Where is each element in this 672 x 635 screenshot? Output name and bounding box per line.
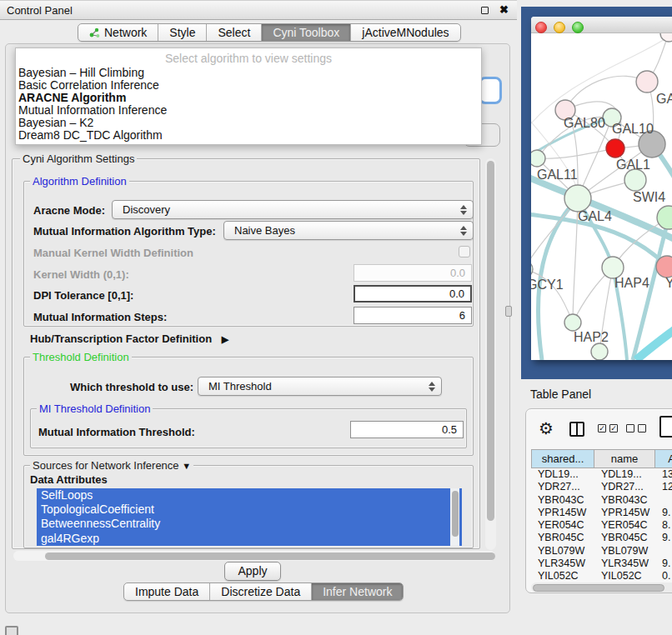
table-row[interactable]: YBL079W YBL079W: [531, 545, 672, 558]
bottom-tabbar: Impute Data Discretize Data Infer Networ…: [123, 582, 404, 601]
node-gal11[interactable]: [531, 150, 545, 167]
manual-kernel-checkbox[interactable]: [459, 246, 470, 258]
cell: YPR145W: [531, 507, 594, 519]
kernel-width-field[interactable]: 0.0: [354, 264, 472, 282]
aracne-mode-value: Discovery: [123, 203, 170, 216]
algorithm-option[interactable]: Bayesian – Hill Climbing: [16, 67, 481, 79]
settings-group-title: Cyni Algorithm Settings: [20, 152, 137, 165]
checked-box-icon: ✓: [609, 424, 618, 432]
top-tabbar: Network Style Select Cyni Toolbox jActiv…: [78, 23, 461, 42]
unchecked-box-icon: [626, 424, 634, 432]
apply-button[interactable]: Apply: [224, 562, 281, 581]
algorithm-selector-combobox[interactable]: [479, 77, 502, 104]
column-header-partial[interactable]: A: [655, 449, 672, 468]
node-swi4[interactable]: [657, 206, 672, 229]
split-columns-icon[interactable]: [569, 422, 584, 437]
float-window-icon[interactable]: [481, 7, 489, 14]
tab-label: Discretize Data: [221, 583, 300, 600]
node-label-gal11: GAL11: [537, 168, 578, 182]
table-horizontal-scrollbar[interactable]: [531, 582, 672, 592]
tab-network[interactable]: Network: [78, 24, 158, 41]
mi-steps-field[interactable]: 6: [354, 307, 472, 324]
table-row[interactable]: YBR045C YBR045C 9.: [531, 532, 672, 544]
table-row[interactable]: YIL052C YIL052C 0.: [531, 570, 672, 582]
network-canvas[interactable]: GAL GAL80 GAL10 GAL11 GAL1 GAL4 SWI4 GCY…: [531, 33, 672, 360]
algorithm-option[interactable]: Basic Correlation Inference: [16, 79, 481, 92]
table-row[interactable]: YDR27... YDR27... 12: [531, 481, 672, 493]
attributes-list-scrollbar[interactable]: [450, 488, 459, 546]
tab-style[interactable]: Style: [158, 24, 206, 41]
table-body: YDL19... YDL19... 13 YDR27... YDR27... 1…: [531, 468, 672, 583]
zoom-traffic-light-icon[interactable]: [572, 22, 584, 33]
tab-jactivemnodules[interactable]: jActiveMNodules: [350, 24, 459, 41]
cell: YDR27...: [531, 481, 594, 493]
column-header-shared-name[interactable]: shared...: [531, 449, 594, 468]
hub-definition-toggle[interactable]: Hub/Transcription Factor Definition ▶: [30, 332, 228, 345]
table-row[interactable]: YER054C YER054C 8.: [531, 519, 672, 532]
algorithm-option-selected[interactable]: ARACNE Algorithm: [16, 92, 481, 104]
cell: YBR043C: [531, 494, 594, 507]
network-window-titlebar[interactable]: [531, 17, 672, 33]
mi-type-label: Mutual Information Algorithm Type:: [33, 225, 216, 238]
close-window-icon[interactable]: ✖: [499, 3, 509, 16]
algorithm-option[interactable]: Mutual Information Inference: [16, 104, 481, 117]
cell: YBL079W: [531, 545, 594, 558]
cell: YBR045C: [594, 532, 655, 544]
unchecked-box-icon: [638, 424, 646, 432]
aracne-mode-combobox[interactable]: Discovery: [112, 200, 474, 219]
close-traffic-light-icon[interactable]: [535, 22, 547, 33]
table-row[interactable]: YBR043C YBR043C: [531, 494, 672, 507]
mi-type-combobox[interactable]: Naive Bayes: [223, 221, 474, 240]
deselect-all-checkboxes-icon[interactable]: [626, 424, 646, 432]
node-partial-bottom[interactable]: [591, 343, 608, 360]
gear-icon[interactable]: ⚙: [539, 419, 554, 438]
node-red-selected[interactable]: [606, 139, 624, 158]
cell: [655, 494, 672, 507]
which-threshold-value: MI Threshold: [208, 380, 272, 392]
node-hap2[interactable]: [564, 314, 581, 331]
node-gal-cut[interactable]: [636, 71, 658, 92]
dropdown-placeholder: Select algorithm to view settings: [16, 48, 481, 67]
table-row[interactable]: YLR345W YLR345W 9.: [531, 558, 672, 570]
tab-cyni-toolbox[interactable]: Cyni Toolbox: [261, 24, 350, 41]
node-label-gal4: GAL4: [578, 209, 612, 224]
sources-toggle[interactable]: Sources for Network Inference ▼: [30, 459, 193, 472]
node-table-container: ⚙ ✓ ✓ shared... name A YDL19... YDL19...: [525, 408, 672, 593]
column-header-name[interactable]: name: [594, 449, 655, 468]
table-row[interactable]: YPR145W YPR145W 9.: [531, 507, 672, 519]
node-gcy1[interactable]: [531, 261, 533, 278]
table-row[interactable]: YDL19... YDL19... 13: [531, 468, 672, 481]
tab-select[interactable]: Select: [206, 24, 261, 41]
attribute-item[interactable]: BetweennessCentrality: [37, 517, 462, 531]
node-label-gal-cut: GAL: [656, 92, 672, 107]
network-window[interactable]: GAL GAL80 GAL10 GAL11 GAL1 GAL4 SWI4 GCY…: [531, 17, 672, 360]
sources-title: Sources for Network Inference: [33, 459, 179, 472]
node-gal4[interactable]: [564, 185, 591, 212]
minimize-traffic-light-icon[interactable]: [554, 22, 565, 33]
select-all-checkboxes-icon[interactable]: ✓ ✓: [598, 424, 618, 432]
settings-horizontal-scrollbar[interactable]: [13, 551, 495, 561]
control-panel-titlebar[interactable]: Control Panel ✖: [0, 0, 517, 20]
tab-impute-data[interactable]: Impute Data: [124, 583, 209, 600]
attribute-item[interactable]: gal4RGexp: [37, 532, 462, 546]
table-mode-icon[interactable]: [659, 416, 672, 438]
splitpane-divider-handle[interactable]: [505, 306, 512, 317]
attribute-item[interactable]: SelfLoops: [37, 488, 462, 502]
attribute-item[interactable]: TopologicalCoefficient: [37, 502, 462, 517]
settings-vertical-scrollbar[interactable]: [485, 158, 496, 550]
hub-definition-label: Hub/Transcription Factor Definition: [30, 332, 212, 345]
mi-threshold-field[interactable]: 0.5: [350, 421, 464, 438]
node-label-gal1: GAL1: [616, 158, 650, 172]
cell: YDL19...: [531, 468, 594, 481]
desktop: Control Panel ✖ Network Style Select: [0, 0, 672, 635]
tab-infer-network[interactable]: Infer Network: [311, 583, 403, 600]
algorithm-dropdown-popup: Select algorithm to view settings Bayesi…: [15, 48, 482, 145]
dpi-tolerance-field[interactable]: 0.0: [354, 285, 472, 302]
which-threshold-combobox[interactable]: MI Threshold: [198, 377, 442, 396]
cell: YBL079W: [594, 545, 655, 558]
tab-discretize-data[interactable]: Discretize Data: [209, 583, 311, 600]
node-salmon[interactable]: [656, 256, 672, 278]
minimized-panel-icon[interactable]: [5, 626, 18, 635]
algorithm-option[interactable]: Bayesian – K2: [16, 117, 481, 129]
algorithm-option[interactable]: Dream8 DC_TDC Algorithm: [16, 129, 481, 142]
